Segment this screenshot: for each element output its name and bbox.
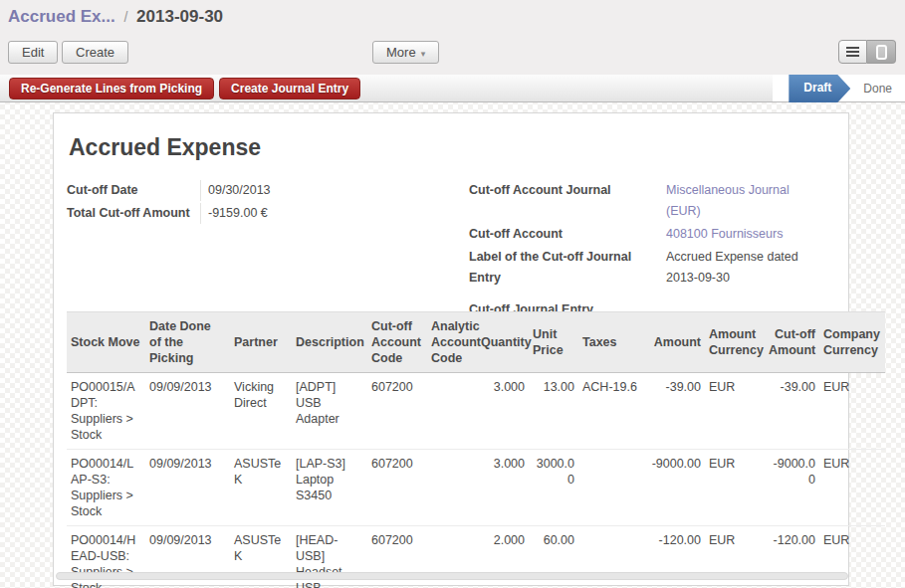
field-label: Cut-off Account bbox=[469, 224, 666, 245]
field-label: Total Cut-off Amount bbox=[67, 203, 200, 224]
workflow-states: DraftDone bbox=[773, 75, 905, 101]
column-header[interactable]: Taxes bbox=[578, 312, 645, 373]
table-cell: EUR bbox=[705, 450, 765, 526]
more-button[interactable]: More▾ bbox=[372, 41, 439, 64]
create-button[interactable]: Create bbox=[62, 41, 128, 64]
table-cell: [LAP-S3] Laptop S3450 bbox=[292, 450, 367, 526]
field-value: Accrued Expense dated 2013-09-30 bbox=[666, 247, 815, 289]
list-view-icon bbox=[846, 47, 859, 57]
table-cell: -39.00 bbox=[765, 373, 819, 450]
action-button[interactable]: Create Journal Entry bbox=[219, 78, 360, 99]
column-header[interactable]: Description bbox=[292, 312, 367, 373]
table-cell: -39.00 bbox=[645, 373, 705, 450]
table-cell: 607200 bbox=[367, 450, 427, 526]
table-cell: ASUSTeK bbox=[230, 450, 292, 526]
column-header[interactable]: Stock Move bbox=[67, 312, 145, 373]
table-header-row: Stock MoveDate Done of the PickingPartne… bbox=[67, 312, 885, 373]
table-cell: 3.000 bbox=[477, 373, 529, 450]
table-cell: PO00014/LAP-S3: Suppliers > Stock bbox=[67, 450, 145, 526]
table-cell: -9000.00 bbox=[765, 450, 819, 526]
table-cell bbox=[578, 450, 645, 526]
field-row: Cut-off Account408100 Fournisseurs bbox=[469, 224, 850, 245]
caret-down-icon: ▾ bbox=[416, 49, 426, 59]
page-title: Accrued Expense bbox=[69, 134, 261, 161]
column-header[interactable]: Cut-off Amount bbox=[765, 312, 819, 373]
field-row: Cut-off Account JournalMiscellaneous Jou… bbox=[469, 180, 850, 222]
column-header[interactable]: Unit Price bbox=[529, 312, 578, 373]
top-toolbar: Accrued Ex... / 2013-09-30 Edit Create M… bbox=[0, 0, 905, 75]
column-header[interactable]: Quantity bbox=[477, 312, 529, 373]
horizontal-scrollbar[interactable] bbox=[56, 572, 848, 580]
table-cell: 607200 bbox=[367, 373, 427, 450]
breadcrumb-current: 2013-09-30 bbox=[136, 7, 223, 26]
form-view-button[interactable] bbox=[867, 40, 896, 64]
cutoff-lines-table-wrap: Stock MoveDate Done of the PickingPartne… bbox=[67, 311, 885, 588]
column-header[interactable]: Date Done of the Picking bbox=[145, 312, 230, 373]
form-sheet: Accrued Expense Cut-off Date09/30/2013To… bbox=[53, 112, 849, 586]
more-button-label: More bbox=[386, 45, 416, 60]
table-cell: 09/09/2013 bbox=[145, 450, 230, 526]
table-cell: -9000.00 bbox=[645, 450, 705, 526]
field-label: Cut-off Date bbox=[67, 180, 200, 201]
table-cell: 3.000 bbox=[477, 450, 529, 526]
column-header[interactable]: Company Currency bbox=[819, 312, 885, 373]
view-switcher bbox=[838, 40, 896, 64]
form-view-icon bbox=[876, 45, 887, 60]
table-cell: PO00015/ADPT: Suppliers > Stock bbox=[67, 373, 145, 450]
form-group-left: Cut-off Date09/30/2013Total Cut-off Amou… bbox=[67, 180, 460, 226]
table-cell: 13.00 bbox=[529, 373, 578, 450]
column-header[interactable]: Partner bbox=[230, 312, 292, 373]
table-cell: 3000.00 bbox=[529, 450, 578, 526]
table-cell: EUR bbox=[819, 450, 885, 526]
table-cell: ACH-19.6 bbox=[578, 373, 645, 450]
table-cell: Vicking Direct bbox=[230, 373, 292, 450]
table-cell bbox=[427, 373, 477, 450]
table-row[interactable]: PO00014/LAP-S3: Suppliers > Stock09/09/2… bbox=[67, 450, 885, 526]
breadcrumb-parent-link[interactable]: Accrued Ex... bbox=[8, 7, 115, 26]
cutoff-lines-table: Stock MoveDate Done of the PickingPartne… bbox=[67, 311, 885, 588]
field-label: Label of the Cut-off Journal Entry bbox=[469, 247, 666, 289]
status-state-draft[interactable]: Draft bbox=[789, 75, 850, 102]
field-value[interactable]: 408100 Fournisseurs bbox=[666, 224, 815, 245]
column-header[interactable]: Cut-off Account Code bbox=[367, 312, 427, 373]
breadcrumb: Accrued Ex... / 2013-09-30 bbox=[8, 7, 223, 27]
field-row: Label of the Cut-off Journal EntryAccrue… bbox=[469, 247, 850, 289]
field-value[interactable]: Miscellaneous Journal (EUR) bbox=[666, 180, 815, 222]
status-bar: Re-Generate Lines from PickingCreate Jou… bbox=[0, 75, 905, 102]
edit-button[interactable]: Edit bbox=[8, 41, 58, 64]
field-row: Total Cut-off Amount-9159.00 € bbox=[67, 203, 460, 224]
table-cell bbox=[427, 450, 477, 526]
list-view-button[interactable] bbox=[838, 40, 867, 64]
table-cell: EUR bbox=[705, 373, 765, 450]
column-header[interactable]: Analytic Account Code bbox=[427, 312, 477, 373]
table-row[interactable]: PO00015/ADPT: Suppliers > Stock09/09/201… bbox=[67, 373, 885, 450]
field-value: 09/30/2013 bbox=[200, 180, 271, 201]
breadcrumb-separator: / bbox=[119, 9, 131, 25]
form-group-right: Cut-off Account JournalMiscellaneous Jou… bbox=[469, 180, 850, 322]
field-row: Cut-off Date09/30/2013 bbox=[67, 180, 460, 201]
table-cell: 09/09/2013 bbox=[145, 373, 230, 450]
field-label: Cut-off Account Journal bbox=[469, 180, 666, 222]
table-cell: EUR bbox=[819, 373, 885, 450]
status-state-done[interactable]: Done bbox=[850, 75, 905, 101]
table-cell: [ADPT] USB Adapter bbox=[292, 373, 367, 450]
action-buttons: Re-Generate Lines from PickingCreate Jou… bbox=[4, 75, 360, 101]
field-value: -9159.00 € bbox=[200, 203, 268, 224]
column-header[interactable]: Amount bbox=[645, 312, 705, 373]
column-header[interactable]: Amount Currency bbox=[705, 312, 765, 373]
action-button[interactable]: Re-Generate Lines from Picking bbox=[9, 78, 214, 99]
